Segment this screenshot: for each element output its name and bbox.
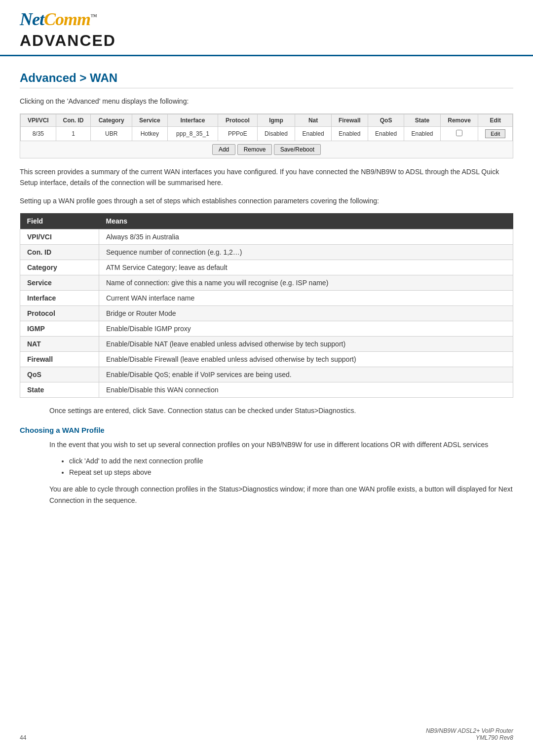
means-cell: Always 8/35 in Australia xyxy=(99,229,513,245)
save-note: Once settings are entered, click Save. C… xyxy=(20,406,513,416)
col-nat: Nat xyxy=(295,114,331,127)
field-table-row: VPI/VCIAlways 8/35 in Australia xyxy=(20,229,513,245)
field-name-cell: QoS xyxy=(20,367,99,382)
field-table-row: StateEnable/Disable this WAN connection xyxy=(20,382,513,398)
means-cell: Current WAN interface name xyxy=(99,291,513,306)
footer-product: NB9/NB9W ADSL2+ VoIP Router xyxy=(426,727,513,734)
means-cell: Enable/Disable NAT (leave enabled unless… xyxy=(99,337,513,352)
means-cell: Bridge or Router Mode xyxy=(99,306,513,321)
field-col-header: Field xyxy=(20,213,99,229)
col-qos: QoS xyxy=(368,114,404,127)
choosing-wan-desc2: You are able to cycle through connection… xyxy=(20,484,513,506)
bullet-item: Repeat set up steps above xyxy=(69,467,513,479)
edit-button[interactable]: Edit xyxy=(485,129,505,138)
cell-service: Hotkey xyxy=(132,127,168,141)
means-cell: Enable/Disable this WAN connection xyxy=(99,382,513,398)
field-name-cell: IGMP xyxy=(20,321,99,337)
means-cell: Name of connection: give this a name you… xyxy=(99,275,513,291)
section-heading: Advanced > WAN xyxy=(20,71,513,88)
cell-nat: Enabled xyxy=(295,127,331,141)
field-name-cell: Con. ID xyxy=(20,245,99,260)
field-name-cell: Category xyxy=(20,260,99,275)
save-reboot-button[interactable]: Save/Reboot xyxy=(274,144,321,155)
desc-para-1: This screen provides a summary of the cu… xyxy=(20,166,513,189)
field-name-cell: Protocol xyxy=(20,306,99,321)
cell-qos: Enabled xyxy=(368,127,404,141)
wan-table-header-row: VPI/VCI Con. ID Category Service Interfa… xyxy=(21,114,513,127)
wan-actions-cell: Add Remove Save/Reboot xyxy=(21,141,513,158)
logo-tm: ™ xyxy=(90,13,97,20)
logo-net: Net xyxy=(20,9,44,29)
field-name-cell: Firewall xyxy=(20,352,99,367)
cell-vpi-vci: 8/35 xyxy=(21,127,56,141)
means-cell: ATM Service Category; leave as default xyxy=(99,260,513,275)
field-table-row: CategoryATM Service Category; leave as d… xyxy=(20,260,513,275)
cell-edit[interactable]: Edit xyxy=(478,127,513,141)
col-con-id: Con. ID xyxy=(56,114,91,127)
col-category: Category xyxy=(91,114,132,127)
cell-con-id: 1 xyxy=(56,127,91,141)
choosing-wan-desc1: In the event that you wish to set up sev… xyxy=(20,439,513,450)
footer-product-info: NB9/NB9W ADSL2+ VoIP Router YML790 Rev8 xyxy=(426,727,513,741)
cell-category: UBR xyxy=(91,127,132,141)
col-igmp: Igmp xyxy=(257,114,295,127)
col-edit: Edit xyxy=(478,114,513,127)
choosing-wan-heading: Choosing a WAN Profile xyxy=(20,426,513,434)
col-protocol: Protocol xyxy=(218,114,257,127)
bullet-item: click 'Add' to add the next connection p… xyxy=(69,455,513,467)
choosing-wan-bullets: click 'Add' to add the next connection p… xyxy=(20,455,513,479)
field-table-row: InterfaceCurrent WAN interface name xyxy=(20,291,513,306)
wan-table: VPI/VCI Con. ID Category Service Interfa… xyxy=(20,114,513,158)
wan-data-row: 8/35 1 UBR Hotkey ppp_8_35_1 PPPoE Disab… xyxy=(21,127,513,141)
means-col-header: Means xyxy=(99,213,513,229)
field-name-cell: Service xyxy=(20,275,99,291)
page-title: ADVANCED xyxy=(20,32,513,50)
cell-interface: ppp_8_35_1 xyxy=(167,127,218,141)
field-name-cell: Interface xyxy=(20,291,99,306)
footer-page-num: 44 xyxy=(20,734,26,741)
col-service: Service xyxy=(132,114,168,127)
field-name-cell: State xyxy=(20,382,99,398)
wan-actions-row: Add Remove Save/Reboot xyxy=(21,141,513,158)
field-means-table: Field Means VPI/VCIAlways 8/35 in Austra… xyxy=(20,213,513,398)
intro-text: Clicking on the 'Advanced' menu displays… xyxy=(20,96,513,107)
field-table-row: ProtocolBridge or Router Mode xyxy=(20,306,513,321)
header: NetComm™ ADVANCED xyxy=(0,0,533,56)
field-table-row: ServiceName of connection: give this a n… xyxy=(20,275,513,291)
field-table-row: IGMPEnable/Disable IGMP proxy xyxy=(20,321,513,337)
main-content: Advanced > WAN Clicking on the 'Advanced… xyxy=(0,56,533,533)
means-cell: Enable/Disable IGMP proxy xyxy=(99,321,513,337)
col-firewall: Firewall xyxy=(331,114,368,127)
add-button[interactable]: Add xyxy=(212,144,235,155)
logo: NetComm™ xyxy=(20,9,513,30)
cell-remove[interactable] xyxy=(440,127,478,141)
wan-table-container: VPI/VCI Con. ID Category Service Interfa… xyxy=(20,113,513,158)
cell-firewall: Enabled xyxy=(331,127,368,141)
means-cell: Enable/Disable QoS; enable if VoIP servi… xyxy=(99,367,513,382)
field-table-row: NATEnable/Disable NAT (leave enabled unl… xyxy=(20,337,513,352)
col-interface: Interface xyxy=(167,114,218,127)
cell-state: Enabled xyxy=(404,127,440,141)
footer-model: YML790 Rev8 xyxy=(426,734,513,741)
means-cell: Sequence number of connection (e.g. 1,2…… xyxy=(99,245,513,260)
footer: 44 NB9/NB9W ADSL2+ VoIP Router YML790 Re… xyxy=(20,727,513,741)
remove-button[interactable]: Remove xyxy=(237,144,272,155)
col-state: State xyxy=(404,114,440,127)
remove-checkbox[interactable] xyxy=(456,130,462,136)
desc-para-2: Setting up a WAN profile goes through a … xyxy=(20,195,513,206)
cell-protocol: PPPoE xyxy=(218,127,257,141)
field-name-cell: NAT xyxy=(20,337,99,352)
field-table-row: FirewallEnable/Disable Firewall (leave e… xyxy=(20,352,513,367)
means-cell: Enable/Disable Firewall (leave enabled u… xyxy=(99,352,513,367)
col-vpi-vci: VPI/VCI xyxy=(21,114,56,127)
field-table-header: Field Means xyxy=(20,213,513,229)
col-remove: Remove xyxy=(440,114,478,127)
field-table-row: Con. IDSequence number of connection (e.… xyxy=(20,245,513,260)
logo-comm: Comm xyxy=(44,9,90,29)
cell-igmp: Disabled xyxy=(257,127,295,141)
field-name-cell: VPI/VCI xyxy=(20,229,99,245)
field-table-row: QoSEnable/Disable QoS; enable if VoIP se… xyxy=(20,367,513,382)
choosing-wan-section: Choosing a WAN Profile In the event that… xyxy=(20,426,513,506)
